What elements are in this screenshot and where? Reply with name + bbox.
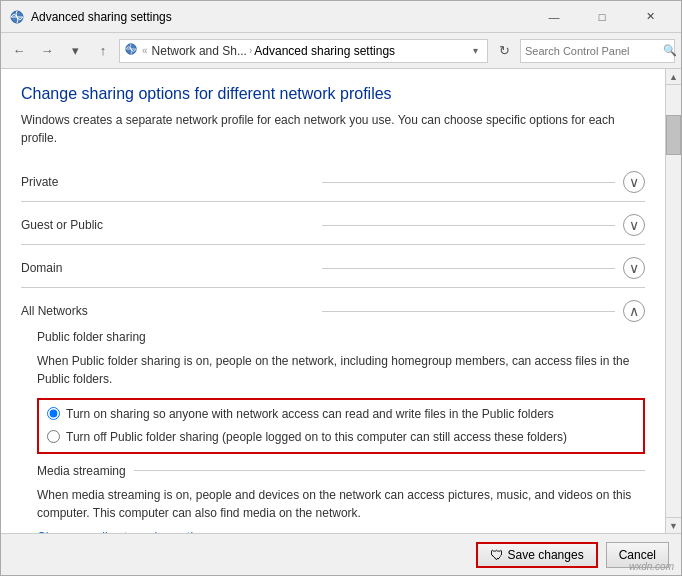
page-desc: Windows creates a separate network profi… bbox=[21, 111, 645, 147]
public-folder-section: Public folder sharing When Public folder… bbox=[21, 330, 645, 454]
page-title: Change sharing options for different net… bbox=[21, 85, 645, 103]
breadcrumb-arrow: › bbox=[249, 45, 252, 56]
guest-label: Guest or Public bbox=[21, 218, 314, 232]
domain-section: Domain ∨ bbox=[21, 249, 645, 288]
guest-section: Guest or Public ∨ bbox=[21, 206, 645, 245]
guest-expand-icon[interactable]: ∨ bbox=[623, 214, 645, 236]
search-icon: 🔍 bbox=[663, 44, 677, 57]
media-title: Media streaming bbox=[37, 464, 126, 478]
private-section: Private ∨ bbox=[21, 163, 645, 202]
window-title: Advanced sharing settings bbox=[31, 10, 531, 24]
scrollbar-down-button[interactable]: ▼ bbox=[666, 517, 681, 533]
maximize-button[interactable]: □ bbox=[579, 2, 625, 32]
scrollbar-up-button[interactable]: ▲ bbox=[666, 69, 681, 85]
private-line bbox=[322, 182, 615, 183]
nav-bar: ← → ▾ ↑ « Network and Sh... › Advanced s… bbox=[1, 33, 681, 69]
radio-input-1[interactable] bbox=[47, 407, 60, 420]
media-line bbox=[134, 470, 645, 471]
all-networks-header[interactable]: All Networks ∧ bbox=[21, 292, 645, 330]
public-folder-desc: When Public folder sharing is on, people… bbox=[37, 352, 645, 388]
radio-option-1[interactable]: Turn on sharing so anyone with network a… bbox=[47, 406, 635, 423]
all-networks-line bbox=[322, 311, 615, 312]
guest-header[interactable]: Guest or Public ∨ bbox=[21, 206, 645, 244]
forward-button[interactable]: → bbox=[35, 39, 59, 63]
guest-line bbox=[322, 225, 615, 226]
all-networks-section: All Networks ∧ Public folder sharing Whe… bbox=[21, 292, 645, 533]
content-area: Change sharing options for different net… bbox=[1, 69, 665, 533]
scrollbar-thumb[interactable] bbox=[666, 115, 681, 155]
window-icon bbox=[9, 9, 25, 25]
main-window: Advanced sharing settings — □ ✕ ← → ▾ ↑ … bbox=[0, 0, 682, 576]
minimize-button[interactable]: — bbox=[531, 2, 577, 32]
media-desc: When media streaming is on, people and d… bbox=[37, 486, 645, 522]
address-bar[interactable]: « Network and Sh... › Advanced sharing s… bbox=[119, 39, 488, 63]
title-bar: Advanced sharing settings — □ ✕ bbox=[1, 1, 681, 33]
private-label: Private bbox=[21, 175, 314, 189]
close-button[interactable]: ✕ bbox=[627, 2, 673, 32]
recent-button[interactable]: ▾ bbox=[63, 39, 87, 63]
all-networks-expand-icon[interactable]: ∧ bbox=[623, 300, 645, 322]
radio-input-2[interactable] bbox=[47, 430, 60, 443]
search-box[interactable]: 🔍 bbox=[520, 39, 675, 63]
domain-label: Domain bbox=[21, 261, 314, 275]
public-folder-title: Public folder sharing bbox=[37, 330, 645, 344]
domain-expand-icon[interactable]: ∨ bbox=[623, 257, 645, 279]
up-button[interactable]: ↑ bbox=[91, 39, 115, 63]
breadcrumb-sep: « bbox=[142, 45, 148, 56]
save-label: Save changes bbox=[508, 548, 584, 562]
breadcrumb: Network and Sh... › Advanced sharing set… bbox=[152, 44, 463, 58]
search-input[interactable] bbox=[525, 45, 663, 57]
breadcrumb-network[interactable]: Network and Sh... bbox=[152, 44, 247, 58]
breadcrumb-current: Advanced sharing settings bbox=[254, 44, 395, 58]
media-header: Media streaming bbox=[37, 464, 645, 478]
content-wrapper: Change sharing options for different net… bbox=[1, 69, 681, 533]
scrollbar[interactable]: ▲ ▼ bbox=[665, 69, 681, 533]
domain-line bbox=[322, 268, 615, 269]
media-streaming-section: Media streaming When media streaming is … bbox=[21, 464, 645, 533]
private-expand-icon[interactable]: ∨ bbox=[623, 171, 645, 193]
window-controls: — □ ✕ bbox=[531, 2, 673, 32]
refresh-button[interactable]: ↻ bbox=[492, 39, 516, 63]
back-button[interactable]: ← bbox=[7, 39, 31, 63]
radio-label-1: Turn on sharing so anyone with network a… bbox=[66, 406, 554, 423]
domain-header[interactable]: Domain ∨ bbox=[21, 249, 645, 287]
save-changes-button[interactable]: 🛡 Save changes bbox=[476, 542, 598, 568]
radio-label-2: Turn off Public folder sharing (people l… bbox=[66, 429, 567, 446]
watermark: wxdn.com bbox=[629, 561, 674, 572]
private-header[interactable]: Private ∨ bbox=[21, 163, 645, 201]
all-networks-label: All Networks bbox=[21, 304, 314, 318]
address-icon bbox=[124, 42, 138, 59]
footer: 🛡 Save changes Cancel bbox=[1, 533, 681, 575]
radio-options-box: Turn on sharing so anyone with network a… bbox=[37, 398, 645, 454]
shield-icon: 🛡 bbox=[490, 547, 504, 563]
radio-option-2[interactable]: Turn off Public folder sharing (people l… bbox=[47, 429, 635, 446]
address-dropdown-icon[interactable]: ▾ bbox=[467, 43, 483, 59]
